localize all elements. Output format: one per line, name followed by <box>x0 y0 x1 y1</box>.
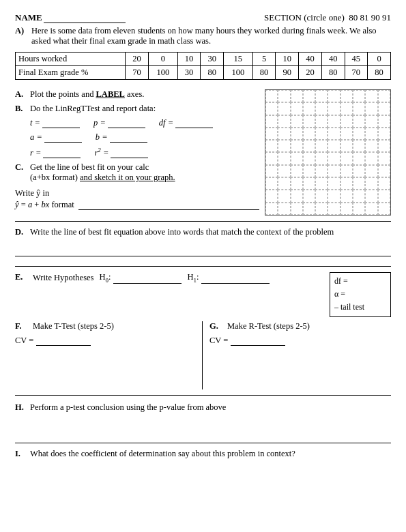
data-table: Hours worked 20 0 10 30 15 5 10 40 40 45… <box>15 52 391 80</box>
grid-cell <box>365 140 377 152</box>
grid-cell <box>353 140 365 152</box>
grid-cell <box>378 177 390 190</box>
main-content: A. Plot the points and LABEL axes. B. Do… <box>15 89 391 216</box>
section-info: SECTION (circle one) 80 81 90 91 <box>264 12 391 23</box>
g-cv-label: CV = <box>209 336 228 346</box>
divider-h <box>15 395 391 396</box>
name-section: NAME <box>15 12 126 23</box>
grid-cell <box>365 177 377 190</box>
t-label: t = <box>30 118 40 128</box>
section-f-label: F. <box>15 321 30 331</box>
b-answer[interactable] <box>110 133 147 143</box>
f-cv-answer[interactable] <box>36 336 91 346</box>
box-df: df = <box>334 275 386 288</box>
section-i-text: What does the coefficient of determinati… <box>30 449 391 459</box>
t-answer[interactable] <box>42 119 80 128</box>
grid-cell <box>340 102 353 115</box>
hours-label: Hours worked <box>16 53 126 66</box>
grid-cell <box>278 165 290 177</box>
grid-cell <box>378 190 390 202</box>
grid-cell <box>365 128 377 140</box>
header: NAME SECTION (circle one) 80 81 90 91 <box>15 12 391 23</box>
grid-cell <box>378 90 390 102</box>
h0-label: H0: <box>99 272 111 284</box>
hours-val-10: 45 <box>345 53 368 66</box>
section-d-answer-line[interactable] <box>15 244 391 256</box>
format-answer-line[interactable] <box>78 201 259 210</box>
grade-val-9: 80 <box>321 66 345 80</box>
r-answer[interactable] <box>43 149 81 158</box>
h0-answer[interactable] <box>113 274 182 284</box>
grid-cell <box>365 152 377 164</box>
grid-cell <box>315 203 328 215</box>
grid-cell <box>278 203 290 215</box>
grid-cell <box>378 115 390 128</box>
intro-text: Here is some data from eleven students o… <box>31 26 391 46</box>
box-alpha: α = <box>334 288 386 301</box>
section-a: A. Plot the points and LABEL axes. <box>15 89 259 100</box>
grade-val-1: 70 <box>126 66 149 80</box>
box-tail: – tail test <box>334 301 386 314</box>
r2-answer[interactable] <box>111 149 148 158</box>
name-label: NAME <box>15 12 42 23</box>
grid-cell <box>303 152 315 164</box>
grid-cell <box>315 152 328 164</box>
grid-cell <box>328 115 340 128</box>
grid-cell <box>353 102 365 115</box>
grid-cell <box>328 190 340 202</box>
fg-row: F. Make T-Test (steps 2-5) CV = G. Make … <box>15 321 391 389</box>
section-b-text: Do the LinRegTTest and report data: <box>30 104 259 114</box>
grid-cell <box>303 115 315 128</box>
grid-cell <box>340 115 353 128</box>
grid-cell <box>265 203 278 215</box>
hours-val-9: 40 <box>321 53 345 66</box>
grid-cell <box>303 203 315 215</box>
hours-val-5: 15 <box>224 53 253 66</box>
divider-e <box>15 266 391 267</box>
p-answer[interactable] <box>108 119 145 128</box>
grid-cell <box>278 152 290 164</box>
grid-cell <box>353 203 365 215</box>
write-y-formula: ŷ = a + bx format <box>15 200 74 210</box>
intro-label: A) <box>15 26 27 46</box>
a-item: a = <box>30 132 82 143</box>
grid-cell <box>315 90 328 102</box>
grades-label: Final Exam grade % <box>16 66 126 80</box>
grid-cell <box>328 203 340 215</box>
r2-label: r2 = <box>94 147 108 158</box>
h1-label: H1: <box>187 272 199 284</box>
section-g-text: Make R-Test (steps 2-5) <box>227 321 310 331</box>
section-i: I. What does the coefficient of determin… <box>15 449 391 459</box>
grid-cell <box>353 90 365 102</box>
r-label: r = <box>30 148 41 158</box>
section-e-left: E. Write Hypotheses H0: H1: <box>15 272 330 286</box>
grid-cell <box>303 140 315 152</box>
t-item: t = <box>30 118 80 128</box>
f-cv-label: CV = <box>15 336 33 346</box>
grade-val-2: 100 <box>148 66 177 80</box>
g-cv-answer[interactable] <box>231 336 285 346</box>
b-label: b = <box>96 132 108 143</box>
left-col: A. Plot the points and LABEL axes. B. Do… <box>15 89 265 216</box>
grid-cell <box>291 177 303 190</box>
graph-grid <box>265 89 391 216</box>
grid-cell <box>303 165 315 177</box>
grid-cell <box>378 152 390 164</box>
grid-cell <box>278 190 290 202</box>
grid-cell <box>340 128 353 140</box>
grid-cell <box>265 165 278 177</box>
h1-answer[interactable] <box>201 274 270 284</box>
grid-cell <box>328 102 340 115</box>
grid-cell <box>278 140 290 152</box>
grid-cell <box>378 165 390 177</box>
grid-cell <box>340 190 353 202</box>
grid-cell <box>278 90 290 102</box>
grid-cell <box>291 128 303 140</box>
hours-val-1: 20 <box>126 53 149 66</box>
grid-cell <box>291 190 303 202</box>
section-e-label: E. <box>15 272 30 282</box>
a-answer[interactable] <box>44 133 82 143</box>
grid-cell <box>265 115 278 128</box>
hours-val-7: 10 <box>276 53 299 66</box>
df-answer[interactable] <box>175 119 213 128</box>
